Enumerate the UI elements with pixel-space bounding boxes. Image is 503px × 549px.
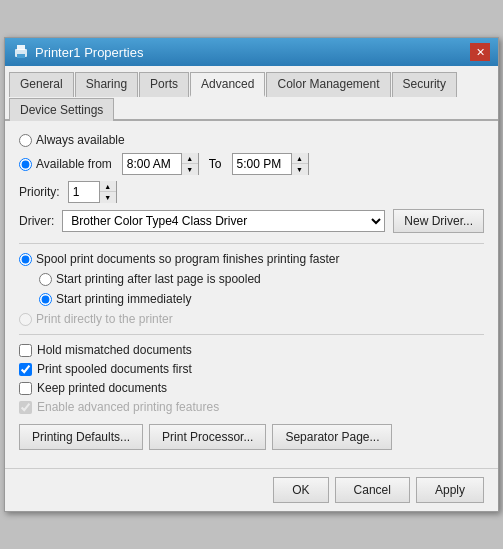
title-bar: Printer1 Properties ✕ (5, 38, 498, 66)
from-time-down[interactable]: ▼ (182, 164, 198, 175)
title-buttons: ✕ (470, 43, 490, 61)
tab-sharing[interactable]: Sharing (75, 72, 138, 97)
priority-label: Priority: (19, 185, 60, 199)
checkboxes-section: Hold mismatched documents Print spooled … (19, 343, 484, 414)
priority-section: Priority: ▲ ▼ (19, 181, 484, 203)
start-immediately-row: Start printing immediately (39, 292, 484, 306)
ok-button[interactable]: OK (273, 477, 328, 503)
direct-print-row: Print directly to the printer (19, 312, 484, 326)
from-time-input[interactable] (123, 154, 181, 174)
to-time-field: ▲ ▼ (232, 153, 309, 175)
hold-mismatched-label[interactable]: Hold mismatched documents (37, 343, 192, 357)
apply-button[interactable]: Apply (416, 477, 484, 503)
print-spooled-first-label[interactable]: Print spooled documents first (37, 362, 192, 376)
spool-section: Spool print documents so program finishe… (19, 252, 484, 326)
priority-spinner: ▲ ▼ (99, 181, 116, 203)
available-from-row: Available from ▲ ▼ To ▲ ▼ (19, 153, 484, 175)
svg-rect-2 (17, 54, 25, 58)
tabs-bar: General Sharing Ports Advanced Color Man… (5, 66, 498, 121)
to-time-down[interactable]: ▼ (292, 164, 308, 175)
to-label: To (209, 157, 222, 171)
window: Printer1 Properties ✕ General Sharing Po… (4, 37, 499, 512)
to-time-spinner: ▲ ▼ (291, 153, 308, 175)
always-available-radio[interactable] (19, 134, 32, 147)
close-button[interactable]: ✕ (470, 43, 490, 61)
print-spooled-first-checkbox[interactable] (19, 363, 32, 376)
driver-section: Driver: Brother Color Type4 Class Driver… (19, 209, 484, 233)
svg-rect-1 (17, 45, 25, 50)
dialog-footer: OK Cancel Apply (5, 468, 498, 511)
enable-advanced-label: Enable advanced printing features (37, 400, 219, 414)
start-after-last-row: Start printing after last page is spoole… (39, 272, 484, 286)
spool-label[interactable]: Spool print documents so program finishe… (36, 252, 340, 266)
always-available-row: Always available (19, 133, 484, 147)
to-time-up[interactable]: ▲ (292, 153, 308, 164)
to-time-input[interactable] (233, 154, 291, 174)
new-driver-button[interactable]: New Driver... (393, 209, 484, 233)
hold-mismatched-row: Hold mismatched documents (19, 343, 484, 357)
divider-1 (19, 243, 484, 244)
content-area: Always available Available from ▲ ▼ To (5, 121, 498, 468)
tab-advanced[interactable]: Advanced (190, 72, 265, 97)
print-spooled-first-row: Print spooled documents first (19, 362, 484, 376)
tab-security[interactable]: Security (392, 72, 457, 97)
print-processor-button[interactable]: Print Processor... (149, 424, 266, 450)
keep-printed-row: Keep printed documents (19, 381, 484, 395)
enable-advanced-checkbox[interactable] (19, 401, 32, 414)
priority-down[interactable]: ▼ (100, 192, 116, 203)
separator-page-button[interactable]: Separator Page... (272, 424, 392, 450)
available-from-radio[interactable] (19, 158, 32, 171)
spool-options: Start printing after last page is spoole… (39, 272, 484, 306)
printing-defaults-button[interactable]: Printing Defaults... (19, 424, 143, 450)
always-available-label[interactable]: Always available (36, 133, 125, 147)
start-after-last-label[interactable]: Start printing after last page is spoole… (56, 272, 261, 286)
tab-ports[interactable]: Ports (139, 72, 189, 97)
from-time-spinner: ▲ ▼ (181, 153, 198, 175)
enable-advanced-row: Enable advanced printing features (19, 400, 484, 414)
start-after-last-radio[interactable] (39, 273, 52, 286)
start-immediately-label[interactable]: Start printing immediately (56, 292, 191, 306)
priority-input[interactable] (69, 182, 99, 202)
direct-radio[interactable] (19, 313, 32, 326)
hold-mismatched-checkbox[interactable] (19, 344, 32, 357)
keep-printed-checkbox[interactable] (19, 382, 32, 395)
available-from-label[interactable]: Available from (36, 157, 112, 171)
keep-printed-label[interactable]: Keep printed documents (37, 381, 167, 395)
spool-radio[interactable] (19, 253, 32, 266)
bottom-buttons: Printing Defaults... Print Processor... … (19, 424, 484, 458)
cancel-button[interactable]: Cancel (335, 477, 410, 503)
driver-select[interactable]: Brother Color Type4 Class Driver (62, 210, 385, 232)
title-bar-left: Printer1 Properties (13, 44, 143, 60)
priority-up[interactable]: ▲ (100, 181, 116, 192)
driver-label: Driver: (19, 214, 54, 228)
from-time-field: ▲ ▼ (122, 153, 199, 175)
tab-color-management[interactable]: Color Management (266, 72, 390, 97)
start-immediately-radio[interactable] (39, 293, 52, 306)
tab-device-settings[interactable]: Device Settings (9, 98, 114, 121)
spool-radio-row: Spool print documents so program finishe… (19, 252, 484, 266)
window-title: Printer1 Properties (35, 45, 143, 60)
from-time-up[interactable]: ▲ (182, 153, 198, 164)
direct-label: Print directly to the printer (36, 312, 173, 326)
divider-2 (19, 334, 484, 335)
priority-field: ▲ ▼ (68, 181, 117, 203)
printer-icon (13, 44, 29, 60)
tab-general[interactable]: General (9, 72, 74, 97)
